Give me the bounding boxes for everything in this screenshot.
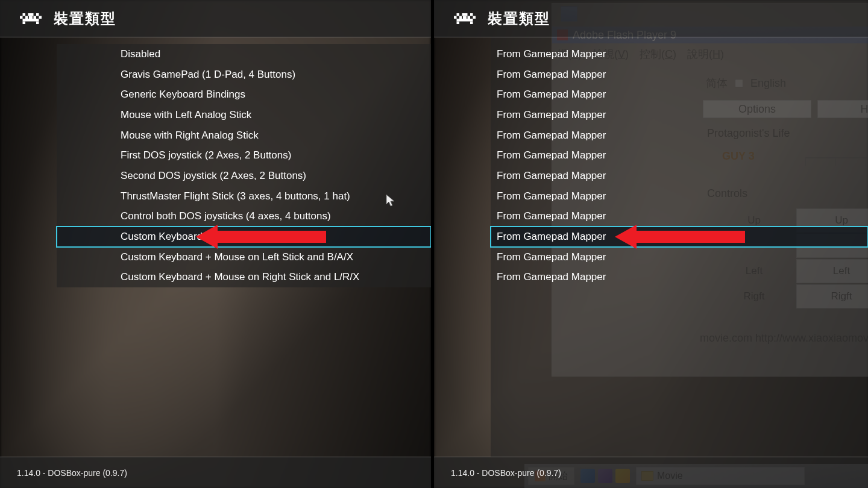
device-option-thrustmaster[interactable]: ThrustMaster Flight Stick (3 axes, 4 but… [57, 186, 431, 207]
device-option-generic-kb[interactable]: Generic Keyboard Bindings [57, 84, 431, 105]
svg-rect-13 [457, 19, 473, 22]
footer-left: 1.14.0 - DOSBox-pure (0.9.7) [0, 457, 431, 488]
device-value-item[interactable]: From Gamepad Mapper [434, 84, 868, 105]
mouse-cursor-icon [386, 194, 395, 207]
header-left: 裝置類型 [0, 0, 431, 37]
device-value-item[interactable]: From Gamepad Mapper [434, 44, 868, 64]
svg-rect-0 [20, 16, 23, 19]
device-value-item[interactable]: From Gamepad Mapper [434, 267, 868, 288]
retroarch-icon [454, 11, 476, 26]
svg-rect-14 [459, 16, 462, 19]
arrow-head-icon [196, 225, 218, 249]
device-option-second-dos[interactable]: Second DOS joystick (2 Axes, 2 Buttons) [57, 166, 431, 186]
svg-rect-19 [473, 16, 476, 19]
svg-rect-7 [36, 13, 39, 16]
left-panel: 裝置類型 Disabled Gravis GamePad (1 D-Pad, 4… [0, 0, 434, 488]
device-option-first-dos[interactable]: First DOS joystick (2 Axes, 2 Buttons) [57, 145, 431, 166]
device-option-mouse-right[interactable]: Mouse with Right Analog Stick [57, 125, 431, 146]
device-option-custom-kb-mouse-right[interactable]: Custom Keyboard + Mouse on Right Stick a… [57, 267, 431, 288]
retroarch-icon [20, 11, 42, 26]
version-text-left: 1.14.0 - DOSBox-pure (0.9.7) [17, 468, 127, 478]
device-value-item[interactable]: From Gamepad Mapper [434, 64, 868, 85]
svg-rect-20 [457, 21, 460, 24]
svg-rect-2 [23, 19, 39, 22]
device-type-list-left: Disabled Gravis GamePad (1 D-Pad, 4 Butt… [0, 44, 431, 287]
page-title-left: 裝置類型 [54, 9, 116, 28]
device-value-item[interactable]: From Gamepad Mapper [434, 125, 868, 146]
svg-rect-18 [470, 13, 473, 16]
svg-rect-6 [34, 16, 37, 19]
right-panel: Adobe Flash Player 9 檔(F) 檢視(V) 控制(C) 說明… [434, 0, 868, 488]
device-value-item[interactable]: From Gamepad Mapper [434, 105, 868, 125]
device-value-item[interactable]: From Gamepad Mapper [434, 166, 868, 186]
device-value-item[interactable]: From Gamepad Mapper [434, 145, 868, 166]
svg-rect-10 [36, 21, 39, 24]
device-value-item[interactable]: From Gamepad Mapper [434, 207, 868, 227]
svg-rect-3 [25, 16, 28, 19]
arrow-body [218, 231, 326, 243]
device-option-disabled[interactable]: Disabled [57, 44, 431, 64]
annotation-arrow-left [196, 225, 326, 249]
device-option-gravis[interactable]: Gravis GamePad (1 D-Pad, 4 Buttons) [57, 64, 431, 85]
svg-rect-17 [468, 16, 471, 19]
device-value-item[interactable]: From Gamepad Mapper [434, 186, 868, 207]
footer-right: 1.14.0 - DOSBox-pure (0.9.7) [434, 457, 868, 488]
device-type-list-right: From Gamepad Mapper From Gamepad Mapper … [434, 44, 868, 287]
device-value-item[interactable]: From Gamepad Mapper [434, 247, 868, 267]
annotation-arrow-right [615, 225, 745, 249]
svg-rect-9 [23, 21, 26, 24]
svg-rect-15 [462, 13, 468, 16]
header-right: 裝置類型 [434, 0, 868, 37]
device-option-mouse-left[interactable]: Mouse with Left Analog Stick [57, 105, 431, 125]
device-option-custom-kb-mouse-left[interactable]: Custom Keyboard + Mouse on Left Stick an… [57, 247, 431, 267]
svg-rect-1 [23, 13, 26, 16]
page-title-right: 裝置類型 [488, 9, 550, 28]
arrow-head-icon [615, 225, 637, 249]
svg-rect-16 [463, 16, 467, 19]
svg-rect-4 [28, 13, 34, 16]
arrow-body [637, 231, 745, 243]
svg-rect-21 [470, 21, 473, 24]
svg-rect-12 [457, 13, 460, 16]
svg-rect-8 [39, 16, 42, 19]
device-option-both-dos[interactable]: Control both DOS joysticks (4 axes, 4 bu… [57, 207, 431, 227]
svg-rect-5 [29, 16, 33, 19]
version-text-right: 1.14.0 - DOSBox-pure (0.9.7) [451, 468, 561, 478]
svg-rect-11 [454, 16, 457, 19]
